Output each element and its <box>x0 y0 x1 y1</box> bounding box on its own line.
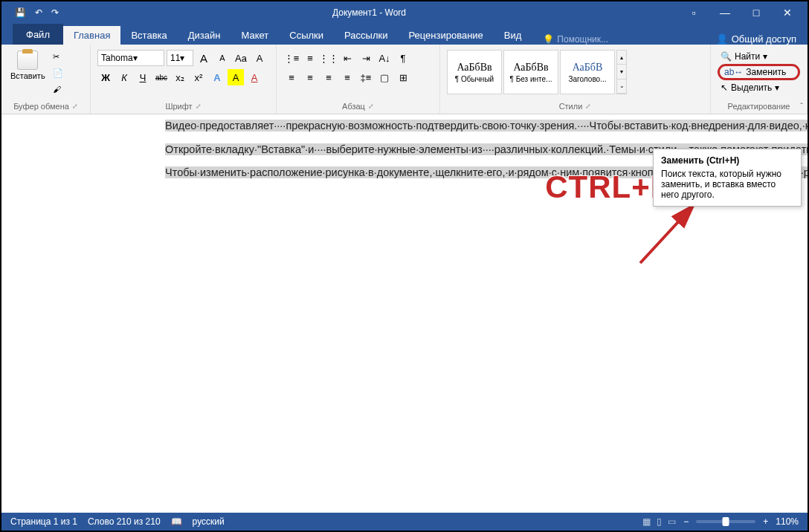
redo-icon[interactable]: ↷ <box>51 7 59 18</box>
replace-tooltip: Заменить (Ctrl+H) Поиск текста, который … <box>653 149 802 207</box>
underline-button[interactable]: Ч <box>135 69 151 85</box>
align-center-button[interactable]: ≡ <box>302 69 318 85</box>
print-layout-icon[interactable]: ▯ <box>657 516 662 527</box>
clipboard-dialog-icon[interactable]: ⤢ <box>72 103 78 110</box>
cut-button[interactable]: ✂ <box>53 50 63 63</box>
group-font: Tahoma ▾ 11 ▾ A A Aa A Ж К Ч abc x₂ x² A… <box>91 45 277 114</box>
zoom-slider[interactable] <box>696 520 755 523</box>
tab-design[interactable]: Дизайн <box>178 26 231 45</box>
group-editing: 🔍Найти ▾ ab↔Заменить ↖Выделить ▾ Редакти… <box>711 45 808 114</box>
save-icon[interactable]: 💾 <box>15 7 26 18</box>
group-paragraph: ⋮≡ ≡ ⋮⋮ ⇤ ⇥ A↓ ¶ ≡ ≡ ≡ ≡ ‡≡ ▢ ⊞ Абзац⤢ <box>277 45 440 114</box>
font-color-button[interactable]: A <box>246 69 262 85</box>
line-spacing-button[interactable]: ‡≡ <box>358 69 374 85</box>
cursor-icon: ↖ <box>721 82 728 93</box>
zoom-out-button[interactable]: − <box>683 516 689 527</box>
tab-references[interactable]: Ссылки <box>279 26 334 45</box>
show-marks-button[interactable]: ¶ <box>395 50 411 66</box>
paragraph-label: Абзац <box>342 102 365 111</box>
tooltip-title: Заменить (Ctrl+H) <box>661 155 793 166</box>
format-painter-button[interactable]: 🖌 <box>53 82 63 96</box>
document-paragraph-1: Видео·предоставляет····прекрасную·возмож… <box>165 120 808 132</box>
grow-font-button[interactable]: A <box>196 50 212 66</box>
paragraph-dialog-icon[interactable]: ⤢ <box>368 103 374 110</box>
styles-dialog-icon[interactable]: ⤢ <box>585 103 591 110</box>
tab-review[interactable]: Рецензирование <box>398 26 493 45</box>
bullets-button[interactable]: ⋮≡ <box>283 50 300 66</box>
font-dialog-icon[interactable]: ⤢ <box>196 103 202 110</box>
replace-icon: ab↔ <box>724 67 743 77</box>
decrease-indent-button[interactable]: ⇤ <box>339 50 355 66</box>
word-count[interactable]: Слово 210 из 210 <box>88 516 161 527</box>
zoom-in-button[interactable]: + <box>763 516 768 527</box>
tell-me[interactable]: 💡Помощник... <box>543 34 608 45</box>
styles-label: Стили <box>559 102 583 111</box>
find-button[interactable]: 🔍Найти ▾ <box>718 50 800 63</box>
ribbon: Вставить ✂ 📄 🖌 Буфер обмена⤢ Tahoma ▾ 11… <box>1 45 808 114</box>
increase-indent-button[interactable]: ⇥ <box>358 50 374 66</box>
group-styles: АаБбВв ¶ Обычный АаБбВв ¶ Без инте... Аа… <box>440 45 711 114</box>
multilevel-button[interactable]: ⋮⋮ <box>320 50 337 66</box>
annotation-arrow <box>633 196 707 270</box>
justify-button[interactable]: ≡ <box>339 69 355 85</box>
text-effects-button[interactable]: A <box>209 69 225 85</box>
minimize-button[interactable]: — <box>711 1 739 24</box>
subscript-button[interactable]: x₂ <box>172 69 188 85</box>
copy-button[interactable]: 📄 <box>53 66 63 80</box>
select-button[interactable]: ↖Выделить ▾ <box>718 81 800 94</box>
clear-format-button[interactable]: A <box>251 50 268 66</box>
maximize-button[interactable]: □ <box>742 1 770 24</box>
tab-layout[interactable]: Макет <box>231 26 279 45</box>
window-title: Документ1 - Word <box>59 7 680 18</box>
zoom-level[interactable]: 110% <box>776 516 799 527</box>
clipboard-label: Буфер обмена <box>13 102 69 111</box>
ribbon-tabs: Файл Главная Вставка Дизайн Макет Ссылки… <box>1 24 808 45</box>
numbering-button[interactable]: ≡ <box>302 50 318 66</box>
font-name-select[interactable]: Tahoma ▾ <box>97 50 164 66</box>
strike-button[interactable]: abc <box>153 69 170 85</box>
highlight-button[interactable]: A <box>228 69 244 85</box>
tab-insert[interactable]: Вставка <box>120 26 177 45</box>
borders-button[interactable]: ⊞ <box>395 69 411 85</box>
styles-gallery-nav[interactable]: ▴▾⌄ <box>616 50 627 94</box>
tab-view[interactable]: Вид <box>494 26 532 45</box>
share-button[interactable]: 👤Общий доступ <box>716 33 796 45</box>
language-indicator[interactable]: русский <box>193 516 225 527</box>
titlebar: 💾 ↶ ↷ Документ1 - Word ▫ — □ ✕ <box>1 1 808 24</box>
superscript-button[interactable]: x² <box>190 69 207 85</box>
style-normal[interactable]: АаБбВв ¶ Обычный <box>447 50 502 94</box>
font-label: Шрифт <box>165 102 192 111</box>
group-clipboard: Вставить ✂ 📄 🖌 Буфер обмена⤢ <box>1 45 91 114</box>
collapse-ribbon-button[interactable]: ˆ <box>800 102 803 111</box>
tooltip-body: Поиск текста, который нужно заменить, и … <box>661 169 793 200</box>
italic-button[interactable]: К <box>116 69 132 85</box>
statusbar: Страница 1 из 1 Слово 210 из 210 📖 русск… <box>1 513 808 531</box>
style-heading1[interactable]: АаБбВ Заголово... <box>560 50 615 94</box>
paste-button[interactable]: Вставить <box>6 48 50 97</box>
tab-home[interactable]: Главная <box>63 26 120 45</box>
replace-button[interactable]: ab↔Заменить <box>718 64 800 80</box>
font-size-select[interactable]: 11 ▾ <box>167 50 193 66</box>
paste-icon <box>17 51 38 70</box>
style-no-spacing[interactable]: АаБбВв ¶ Без инте... <box>503 50 558 94</box>
change-case-button[interactable]: Aa <box>233 50 249 66</box>
align-right-button[interactable]: ≡ <box>320 69 337 85</box>
tab-file[interactable]: Файл <box>13 24 63 45</box>
undo-icon[interactable]: ↶ <box>35 7 42 18</box>
spell-check-icon[interactable]: 📖 <box>171 516 182 527</box>
bulb-icon: 💡 <box>543 34 554 45</box>
close-button[interactable]: ✕ <box>773 1 802 24</box>
svg-line-0 <box>640 205 694 263</box>
shading-button[interactable]: ▢ <box>376 69 393 85</box>
search-icon: 🔍 <box>721 51 732 62</box>
editing-label: Редактирование <box>728 102 790 111</box>
sort-button[interactable]: A↓ <box>376 50 393 66</box>
page-indicator[interactable]: Страница 1 из 1 <box>10 516 77 527</box>
ribbon-options-button[interactable]: ▫ <box>680 1 708 24</box>
bold-button[interactable]: Ж <box>97 69 114 85</box>
align-left-button[interactable]: ≡ <box>283 69 300 85</box>
web-layout-icon[interactable]: ▭ <box>668 516 676 527</box>
shrink-font-button[interactable]: A <box>214 50 231 66</box>
read-mode-icon[interactable]: ▦ <box>642 516 651 527</box>
tab-mailings[interactable]: Рассылки <box>334 26 398 45</box>
